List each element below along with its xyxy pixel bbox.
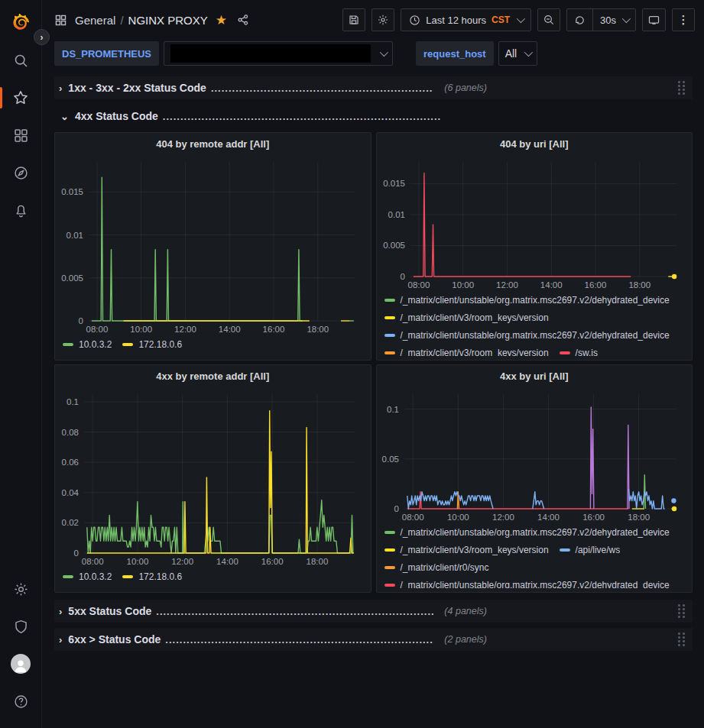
sidebar-expand-button[interactable]: › [34, 29, 50, 45]
refresh-interval-dropdown[interactable]: 30s [592, 9, 635, 31]
chevron-down-icon [517, 15, 525, 23]
panel-title[interactable]: 4xx by uri [All] [377, 365, 693, 387]
explore-compass-icon[interactable] [5, 157, 36, 188]
legend-swatch [384, 566, 395, 569]
zoom-out-button[interactable] [537, 8, 560, 31]
user-avatar[interactable] [5, 649, 36, 679]
x-tick-label: 12:00 [496, 280, 518, 290]
dashboards-icon[interactable] [5, 120, 36, 150]
variable-label-request-host[interactable]: request_host [416, 41, 494, 66]
variable-value-request-host[interactable]: All [498, 41, 538, 66]
x-tick-label: 08:00 [407, 280, 430, 290]
legend-swatch [560, 351, 570, 354]
series-line [413, 173, 630, 277]
panel-title[interactable]: 4xx by remote addr [All] [55, 365, 371, 387]
timezone-label: CST [492, 15, 510, 25]
legend-item[interactable]: /_matrix/client/v3/room_keys/version [384, 543, 549, 556]
legend-item[interactable]: /_matrix/client/unstable/org.matrix.msc2… [384, 578, 670, 588]
x-tick-label: 14:00 [216, 557, 238, 566]
panel-chart[interactable]: 08:0010:0012:0014:0016:0018:0000.020.040… [55, 387, 361, 568]
row-drag-handle[interactable] [678, 604, 685, 618]
series-end-dot [671, 506, 676, 511]
panel-title[interactable]: 404 by uri [All] [377, 133, 693, 154]
variable-value-ds-prometheus[interactable] [164, 41, 393, 66]
row-4xx[interactable]: ⌄ 4xx Status Code ......................… [54, 105, 693, 128]
legend-label: /_matrix/client/v3/room_keys/version [401, 348, 549, 357]
starred-icon[interactable] [5, 83, 36, 113]
y-tick-label: 0.015 [61, 187, 83, 196]
star-filled-icon[interactable]: ★ [216, 14, 227, 27]
legend-label: /_matrix/client/v3/room_keys/version [401, 545, 549, 555]
panel-chart[interactable]: 08:0010:0012:0014:0016:0018:0000.0050.01… [55, 154, 361, 336]
legend-item[interactable]: /_matrix/client/unstable/org.matrix.msc2… [384, 328, 670, 341]
legend-item[interactable]: /sw.js [560, 346, 598, 356]
dashboard-scroll-area[interactable]: › 1xx - 3xx - 2xx Status Code ..........… [42, 73, 704, 728]
x-tick-label: 14:00 [540, 280, 562, 290]
row-1xx-3xx-2xx[interactable]: › 1xx - 3xx - 2xx Status Code ..........… [54, 76, 693, 99]
refresh-icon [574, 15, 586, 26]
legend-item[interactable]: 172.18.0.6 [122, 338, 182, 351]
legend-item[interactable]: 10.0.3.2 [63, 570, 112, 583]
series-line [407, 492, 628, 509]
row-panel-count: (6 panels) [444, 83, 487, 93]
legend-item[interactable]: /_matrix/client/v3/room_keys/version [384, 346, 549, 356]
legend-label: /_matrix/client/unstable/org.matrix.msc2… [401, 527, 670, 538]
x-tick-label: 12:00 [171, 557, 193, 566]
legend-swatch [122, 343, 133, 346]
request-host-value: All [505, 47, 517, 60]
save-button[interactable] [342, 8, 365, 31]
kebab-menu-button[interactable]: ⋮ [672, 8, 695, 31]
x-tick-label: 18:00 [628, 513, 650, 522]
legend-item[interactable]: 10.0.3.2 [63, 338, 112, 351]
variable-label-ds-prometheus[interactable]: DS_PROMETHEUS [54, 41, 159, 66]
row-title: 1xx - 3xx - 2xx Status Code [68, 82, 206, 94]
x-tick-label: 08:00 [401, 513, 423, 522]
legend-item[interactable]: /_matrix/client/r0/sync [384, 561, 489, 574]
kiosk-mode-button[interactable] [642, 8, 666, 31]
y-tick-label: 0.005 [383, 241, 405, 250]
chevron-down-icon: ⌄ [60, 111, 69, 122]
x-tick-label: 10:00 [452, 280, 474, 290]
panel-title[interactable]: 404 by remote addr [All] [55, 133, 371, 154]
legend-swatch [384, 299, 395, 302]
configuration-gear-icon[interactable] [5, 574, 36, 604]
legend-item[interactable]: /_matrix/client/unstable/org.matrix.msc2… [384, 526, 670, 539]
x-tick-label: 16:00 [582, 513, 605, 522]
help-icon[interactable] [5, 686, 36, 717]
alerting-bell-icon[interactable] [5, 195, 36, 225]
y-tick-label: 0.1 [67, 397, 79, 406]
x-tick-label: 18:00 [628, 280, 650, 290]
share-icon[interactable] [237, 14, 249, 26]
server-admin-shield-icon[interactable] [5, 611, 36, 642]
chevron-right-icon: › [59, 83, 62, 94]
y-tick-label: 0 [74, 548, 79, 558]
row-drag-handle[interactable] [678, 81, 685, 95]
time-range-picker[interactable]: Last 12 hours CST [401, 8, 531, 31]
refresh-button[interactable] [567, 9, 592, 31]
legend-item[interactable]: 172.18.0.6 [122, 570, 182, 583]
legend-label: 172.18.0.6 [138, 339, 182, 350]
x-tick-label: 14:00 [219, 325, 241, 334]
breadcrumb-folder[interactable]: General [75, 14, 115, 27]
panel-chart[interactable]: 08:0010:0012:0014:0016:0018:0000.050.1 [377, 387, 683, 524]
row-drag-handle[interactable] [678, 633, 685, 646]
dashboard-settings-button[interactable] [371, 8, 394, 31]
page-title: NGINX PROXY [128, 14, 208, 27]
y-tick-label: 0 [79, 316, 83, 325]
panels-grid: 404 by remote addr [All]08:0010:0012:001… [54, 132, 693, 593]
legend-item[interactable]: /_matrix/client/unstable/org.matrix.msc2… [384, 293, 670, 306]
row-6xx[interactable]: › 6xx > Status Code ....................… [54, 628, 693, 651]
x-tick-label: 16:00 [584, 280, 606, 290]
search-icon[interactable] [5, 45, 36, 76]
legend-item[interactable]: /_matrix/client/v3/room_keys/version [384, 311, 549, 324]
sidebar [0, 0, 42, 728]
legend-item[interactable]: /api/live/ws [560, 543, 621, 556]
grafana-logo-icon[interactable] [5, 8, 36, 38]
grafana-app: › General/NGINX PROXY ★ [0, 0, 704, 728]
row-5xx[interactable]: › 5xx Status Code ......................… [54, 600, 693, 623]
dotted-leader: ........................................… [211, 83, 433, 94]
y-tick-label: 0.01 [388, 210, 404, 219]
legend-label: 10.0.3.2 [79, 339, 112, 350]
panel-chart[interactable]: 08:0010:0012:0014:0016:0018:0000.0050.01… [377, 154, 683, 292]
x-tick-label: 14:00 [537, 513, 560, 522]
